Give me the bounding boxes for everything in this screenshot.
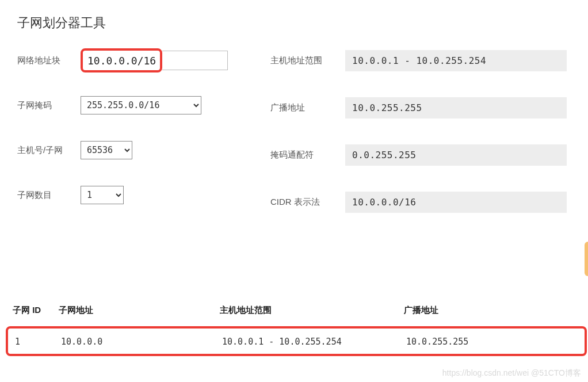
table-header-row: 子网 ID 子网地址 主机地址范围 广播地址 [13, 305, 582, 326]
label-subnet-mask: 子网掩码 [17, 100, 81, 111]
row-cidr: CIDR 表示法 10.0.0.0/16 [270, 190, 581, 213]
row-subnet-count: 子网数目 1 [17, 184, 270, 207]
right-column: 主机地址范围 10.0.0.1 - 10.0.255.254 广播地址 10.0… [270, 49, 581, 238]
label-subnet-count: 子网数目 [17, 190, 81, 201]
value-host-range: 10.0.0.1 - 10.0.255.254 [345, 50, 567, 71]
th-host-range: 主机地址范围 [220, 305, 404, 316]
subnet-table: 子网 ID 子网地址 主机地址范围 广播地址 1 10.0.0.0 10.0.0… [13, 305, 582, 356]
row-wildcard: 掩码通配符 0.0.255.255 [270, 143, 581, 166]
td-subnet-id: 1 [15, 337, 61, 347]
label-host-range: 主机地址范围 [270, 55, 345, 66]
select-subnet-count[interactable]: 1 [81, 186, 124, 204]
row-host-range: 主机地址范围 10.0.0.1 - 10.0.255.254 [270, 49, 581, 72]
row-subnet-mask: 子网掩码 255.255.0.0/16 [17, 94, 270, 117]
select-hosts-per-subnet[interactable]: 65536 [81, 141, 132, 159]
left-column: 网络地址块 子网掩码 255.255.0.0/16 主机号/子网 65536 子… [17, 49, 270, 238]
th-subnet-id: 子网 ID [13, 305, 59, 316]
label-cidr: CIDR 表示法 [270, 197, 345, 208]
th-subnet-addr: 子网地址 [59, 305, 220, 316]
table-row: 1 10.0.0.0 10.0.0.1 - 10.0.255.254 10.0.… [8, 337, 585, 347]
input-network-block[interactable] [85, 52, 158, 68]
td-subnet-addr: 10.0.0.0 [61, 337, 222, 347]
th-broadcast: 广播地址 [404, 305, 519, 316]
value-broadcast: 10.0.255.255 [345, 97, 567, 119]
highlight-network-block [81, 48, 162, 72]
page-title: 子网划分器工具 [0, 0, 588, 32]
input-network-block-extension[interactable] [162, 51, 228, 70]
label-hosts-per-subnet: 主机号/子网 [17, 145, 81, 156]
select-subnet-mask[interactable]: 255.255.0.0/16 [81, 96, 201, 114]
td-broadcast: 10.0.255.255 [406, 337, 521, 347]
watermark: https://blog.csdn.net/wei @51CTO博客 [442, 368, 581, 379]
value-cidr: 10.0.0.0/16 [345, 192, 567, 213]
label-network-block: 网络地址块 [17, 55, 81, 66]
value-wildcard: 0.0.255.255 [345, 144, 567, 166]
main-form-area: 网络地址块 子网掩码 255.255.0.0/16 主机号/子网 65536 子… [0, 32, 588, 238]
label-broadcast: 广播地址 [270, 102, 345, 113]
row-hosts-per-subnet: 主机号/子网 65536 [17, 139, 270, 162]
edge-decoration [585, 242, 588, 276]
td-host-range: 10.0.0.1 - 10.0.255.254 [222, 337, 406, 347]
label-wildcard: 掩码通配符 [270, 150, 345, 161]
highlight-table-row: 1 10.0.0.0 10.0.0.1 - 10.0.255.254 10.0.… [6, 326, 587, 356]
row-broadcast: 广播地址 10.0.255.255 [270, 96, 581, 119]
row-network-block: 网络地址块 [17, 49, 270, 72]
